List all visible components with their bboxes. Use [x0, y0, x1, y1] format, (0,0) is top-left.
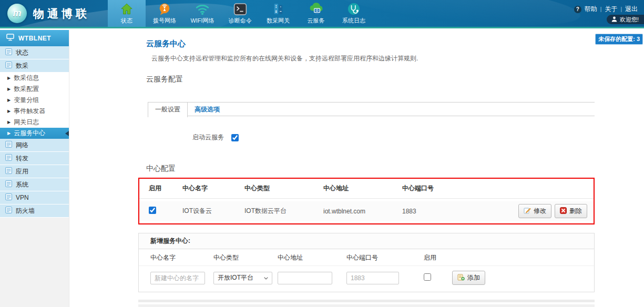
nav-item-wifi-network[interactable]: WIFI网络 — [183, 0, 221, 27]
brand-globe-icon: m — [7, 4, 27, 23]
footer-actions: 保存&应用 保存 复位 — [138, 304, 595, 307]
add-button[interactable]: 添加 — [452, 271, 485, 285]
page-description: 云服务中心支持远程管理和监控所有的在线网关和设备，支持远程部署应用程序和边缘计算… — [151, 54, 595, 63]
nav-item-diagnostics[interactable]: 诊断命令 — [221, 0, 259, 27]
row-actions: 修改 删除 — [518, 204, 587, 218]
sidebar-subitem-data-config[interactable]: ▶ 数采配置 — [0, 84, 69, 95]
sidebar-item-label: 事件触发器 — [14, 107, 45, 116]
sidebar-item-status[interactable]: 状态 — [0, 46, 69, 59]
col-header-enable: 启用 — [139, 184, 182, 193]
center-type-selected-value: 开放IOT平台 — [218, 273, 253, 282]
add-col-address: 中心地址 — [278, 253, 346, 262]
sidebar-device[interactable]: WTBLNET — [0, 30, 69, 46]
delete-button[interactable]: 删除 — [555, 204, 587, 218]
enable-cloud-label: 启动云服务 — [192, 133, 224, 142]
wifi-icon — [195, 0, 210, 16]
monitor-icon — [6, 34, 14, 43]
nav-item-status[interactable]: 状态 — [108, 0, 146, 27]
sidebar-item-application[interactable]: 应用 — [0, 165, 69, 178]
sidebar-subitem-gateway-log[interactable]: ▶ 网关日志 — [0, 117, 69, 128]
add-icon — [457, 274, 465, 282]
add-center-title: 新增服务中心: — [139, 233, 594, 249]
row-center-type: IOT数据云平台 — [244, 207, 323, 216]
center-type-select[interactable]: 开放IOT平台 — [213, 272, 272, 284]
nav-item-cloud-service[interactable]: 云服务 — [297, 0, 335, 27]
nav-label: 云服务 — [308, 17, 325, 25]
sidebar-item-data-acquisition[interactable]: 数采 — [0, 59, 69, 73]
center-port-input[interactable] — [346, 272, 399, 284]
logout-link[interactable]: 退出 — [625, 5, 638, 14]
triangle-bullet-icon: ▶ — [7, 120, 11, 125]
sidebar-item-label: 转发 — [16, 154, 28, 163]
add-col-name: 中心名字 — [139, 253, 213, 262]
section-center-config: 中心配置 — [146, 164, 595, 173]
triangle-bullet-icon: ▶ — [7, 76, 11, 80]
enable-cloud-checkbox[interactable] — [231, 134, 239, 141]
dial-network-icon — [158, 0, 171, 16]
nav-item-data-gateway[interactable]: 数采网关 — [259, 0, 297, 27]
delete-icon — [560, 207, 567, 216]
row-center-port: 1883 — [402, 208, 518, 215]
main-area: 未保存的配置: 3 云服务中心 云服务中心支持远程管理和监控所有的在线网关和设备… — [70, 30, 644, 307]
list-icon — [5, 193, 12, 202]
help-link[interactable]: 帮助 — [585, 5, 597, 14]
add-center-labels-row: 中心名字 中心类型 中心地址 中心端口号 启用 — [139, 249, 594, 266]
about-link[interactable]: 关于 — [605, 5, 617, 14]
sidebar-item-label: 状态 — [16, 48, 28, 57]
triangle-bullet-icon: ▶ — [7, 98, 11, 103]
add-center-inputs-row: 开放IOT平台 添加 — [139, 266, 594, 292]
sidebar-item-network[interactable]: 网络 — [0, 139, 69, 152]
table-header-row: 启用 中心名字 中心类型 中心地址 中心端口号 — [139, 179, 594, 199]
welcome-text: 欢迎您! — [620, 16, 639, 24]
add-col-port: 中心端口号 — [346, 253, 424, 262]
sidebar-subitem-event-trigger[interactable]: ▶ 事件触发器 — [0, 106, 69, 117]
page: m 物通博联 状态 — [0, 0, 644, 307]
syslog-icon — [347, 0, 361, 16]
sidebar-item-label: 系统 — [16, 180, 28, 189]
sidebar-item-forwarding[interactable]: 转发 — [0, 152, 69, 165]
nav-item-dial-network[interactable]: 拨号网络 — [146, 0, 183, 27]
sidebar-item-system[interactable]: 系统 — [0, 178, 69, 191]
nav-item-system-log[interactable]: 系统日志 — [335, 0, 373, 27]
sidebar-item-firewall[interactable]: 防火墙 — [0, 204, 69, 218]
brand-name: 物通博联 — [33, 6, 90, 21]
divider — [138, 300, 595, 302]
row-enable-checkbox[interactable] — [149, 207, 156, 214]
home-icon — [120, 0, 134, 16]
edit-icon — [524, 207, 531, 216]
list-icon — [5, 154, 12, 162]
center-config-table: 启用 中心名字 中心类型 中心地址 中心端口号 IOT设备云 IOT数据云平台 … — [138, 178, 595, 224]
sidebar-item-vpn[interactable]: VPN — [0, 191, 69, 204]
center-address-input[interactable] — [278, 272, 332, 284]
user-icon — [611, 16, 617, 23]
nav-label: 诊断命令 — [229, 17, 252, 25]
gateway-icon — [271, 0, 285, 16]
sidebar-item-label: 云服务中心 — [14, 129, 45, 138]
unsaved-changes-badge[interactable]: 未保存的配置: 3 — [595, 34, 643, 45]
nav-label: 系统日志 — [342, 17, 365, 25]
top-nav: 状态 拨号网络 — [108, 0, 373, 27]
page-title: 云服务中心 — [146, 30, 595, 49]
nav-label: WIFI网络 — [190, 17, 214, 25]
tab-general-settings[interactable]: 一般设置 — [148, 103, 188, 117]
welcome-badge[interactable]: 欢迎您! — [607, 15, 644, 24]
col-header-port: 中心端口号 — [402, 184, 594, 193]
list-icon — [5, 180, 12, 189]
list-icon — [5, 48, 12, 57]
sidebar-item-label: 应用 — [16, 167, 28, 176]
sidebar-subitem-data-info[interactable]: ▶ 数采信息 — [0, 73, 69, 84]
tab-advanced-options[interactable]: 高级选项 — [188, 103, 227, 116]
edit-button[interactable]: 修改 — [518, 204, 551, 218]
nav-label: 拨号网络 — [153, 17, 176, 25]
center-name-input[interactable] — [150, 272, 205, 284]
edit-label: 修改 — [534, 207, 546, 216]
help-icon[interactable]: ? — [574, 6, 581, 13]
header-links: ? 帮助 | 关于 | 退出 — [574, 5, 638, 14]
add-enable-checkbox[interactable] — [424, 273, 431, 281]
sidebar-item-label: 防火墙 — [16, 207, 35, 216]
sidebar-subitem-variable-group[interactable]: ▶ 变量分组 — [0, 95, 69, 106]
sidebar-subitem-cloud-service-center[interactable]: ▶ 云服务中心 — [0, 128, 69, 139]
sidebar-item-label: VPN — [16, 194, 29, 201]
nav-label: 数采网关 — [267, 17, 290, 25]
divider: | — [620, 6, 622, 12]
